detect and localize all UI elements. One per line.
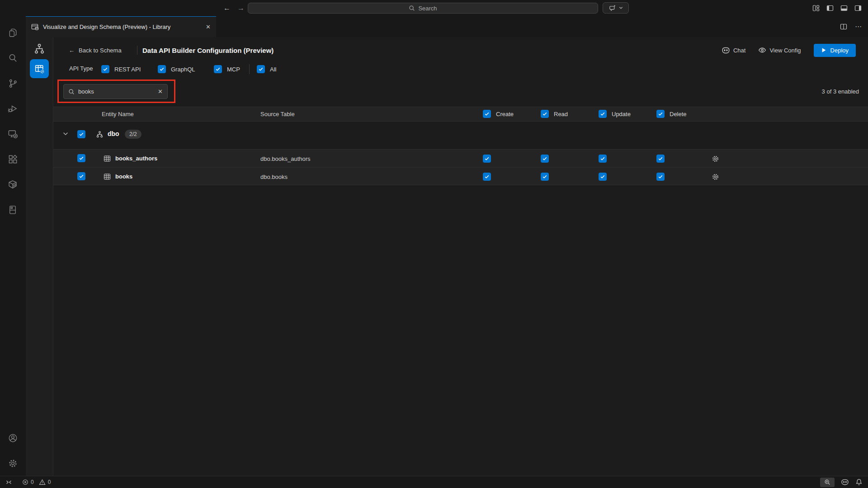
read-all-checkbox[interactable] (541, 110, 549, 118)
nav-back-icon[interactable]: ← (223, 4, 231, 12)
chat-label: Chat (733, 47, 745, 54)
filter-divider (249, 64, 250, 74)
deploy-label: Deploy (830, 47, 849, 54)
filter-all: All (257, 65, 276, 73)
search-icon (68, 89, 75, 95)
tab-close-icon[interactable]: ✕ (206, 23, 211, 30)
dab-config-tool-button[interactable] (30, 59, 49, 78)
split-editor-icon[interactable] (840, 23, 847, 30)
collapse-chevron-icon[interactable] (62, 131, 69, 137)
search-sidebar-icon[interactable] (0, 45, 26, 70)
group-checkbox[interactable] (77, 130, 85, 138)
zoom-status-button[interactable] (820, 478, 835, 487)
delete-all-checkbox[interactable] (656, 110, 665, 118)
source-table: dbo.books (260, 174, 288, 180)
activity-bar (0, 16, 26, 476)
update-checkbox[interactable] (599, 155, 607, 163)
extensions-icon[interactable] (0, 146, 26, 172)
row-settings-gear-icon[interactable] (712, 173, 719, 181)
error-count: 0 (31, 479, 34, 485)
read-checkbox[interactable] (541, 173, 549, 181)
back-to-schema-button[interactable]: ← Back to Schema (69, 42, 122, 58)
source-control-icon[interactable] (0, 70, 26, 96)
column-read: Read (541, 110, 568, 118)
table-icon (104, 173, 111, 180)
entity-search-input[interactable] (78, 88, 154, 95)
row-checkbox[interactable] (77, 172, 85, 180)
deploy-button[interactable]: Deploy (814, 44, 856, 57)
toggle-panel-icon[interactable] (840, 5, 848, 12)
filter-graphql: GraphQL (158, 65, 195, 73)
customize-layout-icon[interactable] (812, 5, 820, 12)
page-title: Data API Builder Configuration (Preview) (142, 42, 274, 58)
graphql-label: GraphQL (171, 66, 195, 73)
create-checkbox[interactable] (483, 155, 491, 163)
problems-indicator[interactable]: 0 0 (22, 479, 51, 485)
view-config-label: View Config (769, 47, 801, 54)
chat-sparkle-icon (609, 5, 616, 12)
run-debug-icon[interactable] (0, 96, 26, 121)
toggle-secondary-sidebar-icon[interactable] (854, 5, 862, 12)
column-create: Create (483, 110, 514, 118)
schema-diagram-tool-icon[interactable] (33, 43, 45, 55)
tab-label: Visualize and Design Schema (Preview) - … (43, 23, 170, 30)
explorer-icon[interactable] (0, 20, 26, 45)
status-bar: 0 0 (0, 476, 868, 488)
column-entity-name: Entity Name (102, 107, 134, 121)
rest-api-checkbox[interactable] (101, 65, 109, 73)
column-delete: Delete (656, 110, 687, 118)
view-config-button[interactable]: View Config (758, 46, 801, 54)
all-checkbox[interactable] (257, 65, 265, 73)
schema-designer-tab-icon (31, 23, 39, 31)
copilot-status-icon[interactable] (841, 478, 849, 486)
chevron-down-icon (619, 6, 623, 9)
graphql-checkbox[interactable] (158, 65, 166, 73)
group-name: dbo (108, 130, 119, 137)
source-table: dbo.books_authors (260, 155, 311, 162)
copilot-chat-button[interactable] (603, 2, 629, 14)
entity-name: books_authors (115, 155, 157, 162)
read-checkbox[interactable] (541, 155, 549, 163)
all-label: All (270, 66, 276, 73)
entity-row-books-authors: books_authors dbo.books_authors (53, 149, 868, 167)
settings-gear-icon[interactable] (0, 450, 26, 476)
update-checkbox[interactable] (599, 173, 607, 181)
remote-explorer-icon[interactable] (0, 121, 26, 146)
clear-search-icon[interactable]: ✕ (158, 88, 163, 95)
entity-row-books: books dbo.books (53, 167, 868, 185)
table-icon (104, 155, 111, 162)
back-arrow-icon: ← (69, 47, 75, 54)
nav-forward-icon[interactable]: → (237, 4, 245, 12)
search-placeholder: Search (418, 5, 437, 12)
delete-checkbox[interactable] (656, 155, 665, 163)
more-actions-icon[interactable]: ⋯ (855, 23, 862, 31)
database-projects-icon[interactable] (0, 197, 26, 222)
update-all-checkbox[interactable] (599, 110, 607, 118)
tab-visualize-design-schema[interactable]: Visualize and Design Schema (Preview) - … (26, 16, 216, 37)
api-type-label: API Type (69, 65, 93, 72)
entity-search-box: ✕ (63, 84, 168, 99)
accounts-icon[interactable] (0, 425, 26, 450)
create-checkbox[interactable] (483, 173, 491, 181)
dab-configuration-panel: ← Back to Schema Data API Builder Config… (53, 37, 868, 476)
toggle-primary-sidebar-icon[interactable] (826, 5, 834, 12)
filter-mcp: MCP (214, 65, 240, 73)
editor-tab-bar: Visualize and Design Schema (Preview) - … (26, 16, 868, 37)
title-bar: ← → Search (0, 0, 868, 16)
chat-button[interactable]: Chat (722, 46, 745, 55)
row-settings-gear-icon[interactable] (712, 155, 719, 163)
search-icon (409, 5, 415, 11)
mcp-label: MCP (227, 66, 240, 73)
back-to-schema-label: Back to Schema (79, 47, 122, 54)
create-all-checkbox[interactable] (483, 110, 491, 118)
designer-side-toolbar (26, 37, 53, 476)
row-checkbox[interactable] (77, 154, 85, 162)
remote-indicator-icon[interactable] (5, 479, 12, 485)
containers-icon[interactable] (0, 172, 26, 197)
header-divider (137, 46, 137, 55)
command-center-search[interactable]: Search (248, 3, 598, 14)
delete-checkbox[interactable] (656, 173, 665, 181)
notifications-bell-icon[interactable] (855, 479, 863, 486)
column-source-table: Source Table (260, 107, 295, 121)
mcp-checkbox[interactable] (214, 65, 222, 73)
